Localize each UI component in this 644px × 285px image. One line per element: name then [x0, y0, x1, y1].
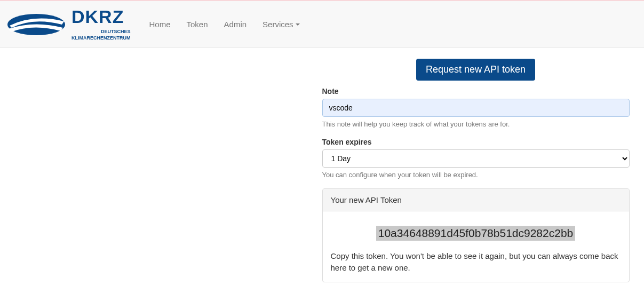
token-instructions: Copy this token. You won't be able to se…: [331, 250, 621, 274]
brand-subtitle: DEUTSCHES KLIMARECHENZENTRUM: [71, 29, 131, 41]
note-label: Note: [322, 87, 630, 96]
note-help: This note will help you keep track of wh…: [322, 120, 630, 128]
token-display: 10a34648891d45f0b78b51dc9282c2bb: [331, 226, 621, 241]
nav-services[interactable]: Services: [255, 12, 308, 37]
expires-help: You can configure when your token will b…: [322, 171, 630, 179]
token-panel-heading: Your new API Token: [323, 189, 629, 211]
note-input[interactable]: [322, 99, 630, 117]
token-value[interactable]: 10a34648891d45f0b78b51dc9282c2bb: [376, 226, 576, 241]
brand-logo[interactable]: DKRZ DEUTSCHES KLIMARECHENZENTRUM: [4, 5, 136, 43]
chevron-down-icon: [296, 23, 300, 26]
nav-admin[interactable]: Admin: [216, 12, 255, 37]
brand-text: DKRZ DEUTSCHES KLIMARECHENZENTRUM: [71, 7, 131, 41]
token-panel: Your new API Token 10a34648891d45f0b78b5…: [322, 188, 630, 282]
navbar: DKRZ DEUTSCHES KLIMARECHENZENTRUM Home T…: [0, 1, 644, 48]
dkrz-logo-icon: [4, 10, 68, 39]
note-group: Note This note will help you keep track …: [322, 87, 630, 128]
expires-select[interactable]: 1 Day: [322, 149, 630, 168]
token-panel-body: 10a34648891d45f0b78b51dc9282c2bb Copy th…: [323, 211, 629, 282]
nav-links: Home Token Admin Services: [141, 12, 308, 37]
expires-group: Token expires 1 Day You can configure wh…: [322, 138, 630, 179]
nav-token[interactable]: Token: [179, 12, 216, 37]
nav-home[interactable]: Home: [141, 12, 179, 37]
main-container: Request new API token Note This note wil…: [2, 48, 642, 285]
brand-name: DKRZ: [71, 7, 131, 26]
request-token-button[interactable]: Request new API token: [416, 59, 535, 81]
expires-label: Token expires: [322, 138, 630, 146]
